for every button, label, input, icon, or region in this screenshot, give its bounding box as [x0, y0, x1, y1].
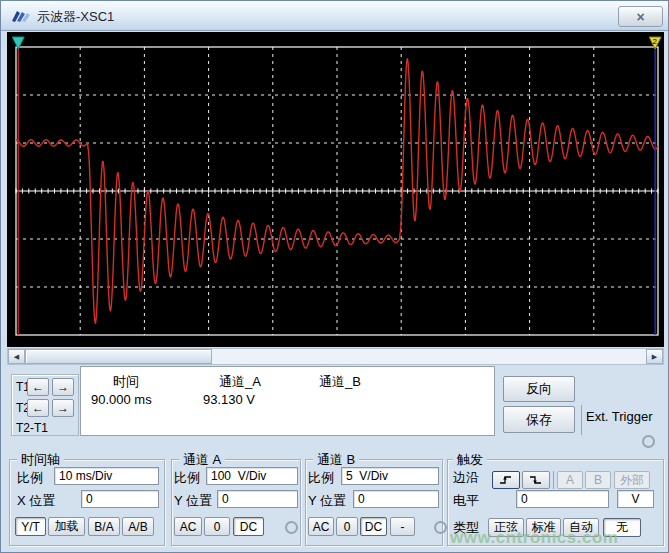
type-auto-label: 自动	[569, 519, 593, 536]
t1-right-button[interactable]: →	[52, 378, 74, 396]
yt-label: Y/T	[21, 520, 40, 534]
channel-a-terminal	[285, 521, 298, 534]
ba-label: B/A	[94, 520, 113, 534]
channel-a-ypos-input[interactable]: 0	[217, 490, 298, 508]
reverse-button-label: 反向	[526, 380, 552, 398]
a-label: A	[566, 473, 574, 487]
scroll-right-button[interactable]: ▶	[646, 349, 663, 364]
scroll-left-button[interactable]: ◀	[8, 349, 25, 364]
save-button[interactable]: 保存	[503, 406, 575, 433]
timebase-xpos-label: X 位置	[17, 492, 55, 510]
channel-b-zero-button[interactable]: 0	[336, 517, 358, 536]
readout-col-channel-b: 通道_B	[319, 373, 361, 391]
zero-label: 0	[344, 520, 351, 534]
timebase-mode-ba-button[interactable]: B/A	[88, 517, 120, 536]
type-none-label: 无	[616, 519, 628, 536]
t2-right-button[interactable]: →	[52, 399, 74, 417]
external-label: 外部	[620, 472, 644, 489]
type-normal-label: 标准	[532, 519, 556, 536]
scroll-left-icon: ◀	[14, 353, 19, 361]
channel-b-scale-input[interactable]: 5 V/Div	[341, 467, 439, 485]
t1-left-button[interactable]: ←	[27, 378, 49, 396]
close-button[interactable]: ×	[618, 6, 663, 27]
left-arrow-icon: ←	[32, 401, 44, 415]
cursor-control-box: T1 ← → T2 ← → T2-T1	[11, 374, 79, 436]
channel-a-ac-button[interactable]: AC	[174, 517, 202, 536]
channel-a-ypos-label: Y 位置	[174, 492, 212, 510]
t2-minus-t1-label: T2-T1	[16, 421, 48, 435]
right-arrow-icon: →	[57, 401, 69, 415]
timebase-scale-input[interactable]: 10 ms/Div	[54, 467, 159, 485]
close-icon: ×	[636, 9, 644, 25]
left-arrow-icon: ←	[32, 380, 44, 394]
type-single-label: 正弦	[494, 519, 518, 536]
channel-b-scale-label: 比例	[308, 469, 334, 487]
channel-b-ac-button[interactable]: AC	[308, 517, 334, 536]
cursor2-handle[interactable]	[646, 35, 662, 53]
scrollbar-thumb[interactable]	[25, 349, 212, 364]
channel-b-invert-button[interactable]: -	[390, 517, 415, 536]
trigger-rising-edge-button[interactable]	[492, 471, 520, 489]
readout-col-channel-a: 通道_A	[219, 373, 261, 391]
timebase-scale-label: 比例	[17, 469, 43, 487]
trigger-level-input[interactable]: 0	[516, 490, 609, 508]
trigger-type-label: 类型	[453, 519, 479, 537]
trigger-type-auto-button[interactable]: 自动	[563, 518, 599, 537]
dc-label: DC	[365, 520, 382, 534]
reverse-button[interactable]: 反向	[503, 376, 575, 402]
timebase-mode-ab-button[interactable]: A/B	[122, 517, 154, 536]
scope-display-area: 2	[7, 32, 664, 347]
ext-trigger-terminal	[642, 435, 655, 448]
save-button-label: 保存	[526, 411, 552, 429]
right-arrow-icon: →	[57, 380, 69, 394]
readout-time-value: 90.000 ms	[91, 392, 152, 407]
trigger-type-single-button[interactable]: 正弦	[488, 518, 524, 537]
trigger-channel-a-button[interactable]: A	[557, 471, 583, 489]
channel-a-scale-label: 比例	[174, 469, 200, 487]
t2-left-button[interactable]: ←	[27, 399, 49, 417]
readout-channel-a-value: 93.130 V	[203, 392, 255, 407]
channel-a-scale-input[interactable]: 100 V/Div	[206, 467, 298, 485]
channel-b-ypos-input[interactable]: 0	[353, 490, 439, 508]
minus-label: -	[401, 520, 405, 534]
trigger-title: 触发	[453, 451, 487, 469]
divider	[581, 405, 582, 435]
channel-b-dc-button[interactable]: DC	[360, 517, 387, 536]
timebase-mode-add-button[interactable]: 加载	[48, 517, 85, 536]
cursor1-handle[interactable]	[10, 35, 26, 53]
oscilloscope-window: 示波器-XSC1 × 2 ◀ ▶ T1 ← → T2 ← → T2-T1 时间 …	[0, 0, 669, 553]
ab-label: A/B	[128, 520, 147, 534]
divider	[553, 471, 554, 489]
zero-label: 0	[214, 520, 221, 534]
ext-trigger-label: Ext. Trigger	[586, 409, 652, 424]
trigger-level-unit-select[interactable]: V	[617, 490, 654, 508]
title-bar: 示波器-XSC1 ×	[1, 1, 669, 31]
horizontal-scrollbar[interactable]: ◀ ▶	[7, 348, 664, 365]
instrument-icon	[11, 9, 31, 24]
rising-edge-icon	[498, 474, 514, 486]
timebase-mode-yt-button[interactable]: Y/T	[15, 517, 46, 536]
channel-b-ypos-label: Y 位置	[308, 492, 346, 510]
trigger-edge-label: 边沿	[453, 469, 479, 487]
trigger-falling-edge-button[interactable]	[522, 471, 550, 489]
channel-a-dc-button[interactable]: DC	[233, 517, 264, 536]
window-title: 示波器-XSC1	[37, 8, 114, 26]
trigger-external-button[interactable]: 外部	[614, 471, 650, 489]
falling-edge-icon	[528, 474, 544, 486]
readout-col-time: 时间	[113, 373, 139, 391]
b-label: B	[594, 473, 602, 487]
add-label: 加载	[55, 518, 79, 535]
trigger-level-label: 电平	[453, 492, 479, 510]
channel-b-terminal	[434, 521, 447, 534]
dc-label: DC	[240, 520, 257, 534]
trigger-channel-b-button[interactable]: B	[585, 471, 611, 489]
ac-label: AC	[180, 520, 197, 534]
ac-label: AC	[313, 520, 330, 534]
trigger-type-normal-button[interactable]: 标准	[526, 518, 561, 537]
timebase-xpos-input[interactable]: 0	[81, 490, 159, 508]
scroll-right-icon: ▶	[652, 353, 657, 361]
channel-a-zero-button[interactable]: 0	[204, 517, 230, 536]
scope-screen: 2	[7, 32, 664, 347]
readout-panel: 时间 通道_A 通道_B 90.000 ms 93.130 V	[80, 366, 495, 436]
trigger-type-none-button[interactable]: 无	[603, 518, 641, 537]
